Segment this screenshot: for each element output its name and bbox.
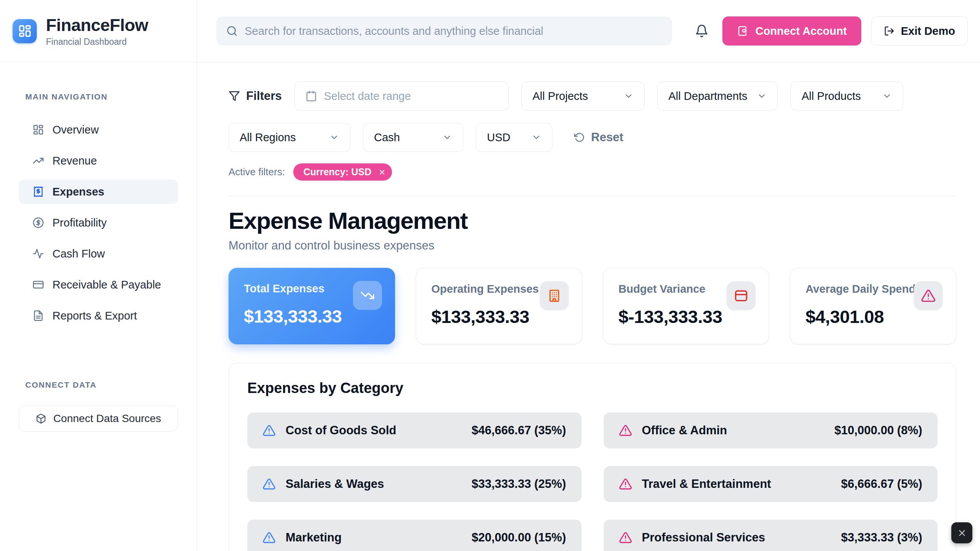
credit-card-icon bbox=[33, 279, 44, 290]
notifications-button[interactable] bbox=[691, 20, 712, 42]
category-value: $20,000.00 (15%) bbox=[472, 531, 566, 544]
connect-data-sources-label: Connect Data Sources bbox=[53, 412, 161, 425]
chevron-down-icon bbox=[624, 91, 634, 101]
stat-card-total-expenses[interactable]: Total Expenses $133,333.33 bbox=[229, 268, 395, 344]
regions-dropdown[interactable]: All Regions bbox=[229, 123, 350, 152]
category-name: Travel & Entertainment bbox=[642, 477, 771, 491]
connect-data-sources-button[interactable]: Connect Data Sources bbox=[19, 406, 178, 432]
stat-card-average-daily-spend[interactable]: Average Daily Spend $4,301.08 bbox=[790, 268, 956, 344]
category-row-salaries-wages[interactable]: Salaries & Wages $33,333.33 (25%) bbox=[247, 466, 581, 502]
receipt-icon bbox=[33, 186, 44, 197]
stat-card-operating-expenses[interactable]: Operating Expenses $133,333.33 bbox=[416, 268, 582, 344]
filters-row-2: All Regions Cash USD bbox=[229, 123, 956, 152]
category-section-title: Expenses by Category bbox=[247, 380, 938, 396]
sidebar-item-overview[interactable]: Overview bbox=[19, 117, 178, 142]
close-overlay-button[interactable] bbox=[951, 522, 972, 543]
main-content: Filters All Projects All Departments bbox=[197, 62, 980, 551]
connect-account-button[interactable]: Connect Account bbox=[722, 16, 861, 46]
activity-pulse-icon bbox=[33, 248, 44, 259]
app-logo bbox=[13, 19, 37, 43]
dashboard-grid-icon bbox=[18, 24, 32, 38]
filter-funnel-icon bbox=[229, 90, 240, 102]
calendar-icon bbox=[305, 90, 317, 102]
exit-demo-label: Exit Demo bbox=[901, 25, 955, 37]
search-icon bbox=[226, 25, 238, 37]
alert-triangle-icon bbox=[619, 478, 632, 491]
category-row-travel-entertainment[interactable]: Travel & Entertainment $6,666.67 (5%) bbox=[604, 466, 938, 502]
sidebar-item-receivable-payable[interactable]: Receivable & Payable bbox=[19, 272, 178, 297]
bell-icon bbox=[695, 24, 709, 38]
filters-row-1: Filters All Projects All Departments bbox=[229, 82, 956, 111]
category-row-marketing[interactable]: Marketing $20,000.00 (15%) bbox=[247, 520, 581, 551]
sidebar-item-label: Profitability bbox=[52, 217, 107, 229]
category-row-office-admin[interactable]: Office & Admin $10,000.00 (8%) bbox=[604, 412, 938, 448]
category-value: $6,666.67 (5%) bbox=[841, 477, 922, 491]
building-icon bbox=[540, 281, 569, 310]
main-navigation: Overview Revenue Expenses Profitability … bbox=[0, 117, 197, 334]
trending-up-icon bbox=[33, 155, 44, 166]
rotate-ccw-icon bbox=[574, 132, 585, 143]
date-range-field[interactable] bbox=[324, 90, 498, 103]
sidebar-item-revenue[interactable]: Revenue bbox=[19, 148, 178, 173]
category-name: Office & Admin bbox=[642, 424, 727, 437]
date-range-input[interactable] bbox=[294, 82, 509, 111]
remove-filter-button[interactable] bbox=[378, 168, 386, 176]
category-value: $46,666.67 (35%) bbox=[472, 424, 566, 437]
page-subtitle: Monitor and control business expenses bbox=[229, 239, 956, 253]
active-filters-label: Active filters: bbox=[229, 166, 285, 178]
chevron-down-icon bbox=[882, 91, 892, 101]
nav-section-title: MAIN NAVIGATION bbox=[25, 92, 197, 101]
category-name: Cost of Goods Sold bbox=[286, 424, 396, 437]
sidebar-item-reports-export[interactable]: Reports & Export bbox=[19, 303, 178, 328]
dashboard-grid-icon bbox=[33, 124, 44, 135]
category-value: $10,000.00 (8%) bbox=[835, 424, 922, 437]
category-value: $3,333.33 (3%) bbox=[841, 531, 922, 544]
app-tagline: Financial Dashboard bbox=[46, 37, 148, 47]
alert-triangle-icon bbox=[619, 531, 632, 544]
sidebar-item-label: Expenses bbox=[52, 186, 104, 198]
sidebar-item-profitability[interactable]: Profitability bbox=[19, 210, 178, 235]
exit-demo-button[interactable]: Exit Demo bbox=[871, 16, 968, 46]
active-filters-row: Active filters: Currency: USD bbox=[229, 163, 956, 181]
top-header: Connect Account Exit Demo bbox=[197, 0, 980, 62]
departments-dropdown[interactable]: All Departments bbox=[657, 82, 778, 111]
log-out-icon bbox=[884, 26, 895, 36]
alert-triangle-icon bbox=[263, 531, 276, 544]
wallet-icon bbox=[737, 25, 748, 37]
sidebar-item-expenses[interactable]: Expenses bbox=[19, 179, 178, 204]
sidebar-item-label: Revenue bbox=[52, 155, 97, 167]
active-filter-chip-currency[interactable]: Currency: USD bbox=[293, 163, 392, 181]
alert-triangle-icon bbox=[263, 478, 276, 491]
category-name: Salaries & Wages bbox=[286, 477, 384, 491]
file-text-icon bbox=[33, 310, 44, 321]
stat-card-budget-variance[interactable]: Budget Variance $-133,333.33 bbox=[603, 268, 769, 344]
dollar-circle-icon bbox=[33, 217, 44, 228]
section-divider bbox=[229, 196, 956, 196]
search-input[interactable] bbox=[245, 25, 662, 37]
products-dropdown[interactable]: All Products bbox=[791, 82, 903, 111]
category-name: Professional Services bbox=[642, 531, 765, 544]
reset-filters-button[interactable]: Reset bbox=[574, 130, 623, 144]
stats-grid: Total Expenses $133,333.33 Operating Exp… bbox=[229, 268, 956, 344]
sidebar: FinanceFlow Financial Dashboard MAIN NAV… bbox=[0, 0, 197, 551]
projects-dropdown[interactable]: All Projects bbox=[521, 82, 645, 111]
credit-card-icon bbox=[727, 281, 756, 310]
payment-method-dropdown[interactable]: Cash bbox=[363, 123, 463, 152]
reset-label: Reset bbox=[591, 130, 623, 144]
sidebar-item-label: Reports & Export bbox=[52, 310, 137, 322]
close-icon bbox=[957, 528, 967, 538]
chevron-down-icon bbox=[531, 132, 541, 142]
connect-account-label: Connect Account bbox=[755, 25, 847, 37]
cube-icon bbox=[36, 413, 46, 424]
filters-heading: Filters bbox=[229, 89, 282, 103]
category-row-professional-services[interactable]: Professional Services $3,333.33 (3%) bbox=[604, 520, 938, 551]
global-search[interactable] bbox=[216, 16, 672, 46]
page-title: Expense Management bbox=[229, 207, 956, 234]
connect-data-section-title: CONNECT DATA bbox=[25, 380, 197, 390]
currency-dropdown[interactable]: USD bbox=[476, 123, 552, 152]
app-title: FinanceFlow bbox=[46, 15, 148, 35]
sidebar-item-label: Receivable & Payable bbox=[52, 279, 161, 291]
category-row-cost-of-goods-sold[interactable]: Cost of Goods Sold $46,666.67 (35%) bbox=[247, 412, 581, 448]
sidebar-item-cash-flow[interactable]: Cash Flow bbox=[19, 241, 178, 266]
chevron-down-icon bbox=[329, 132, 339, 142]
